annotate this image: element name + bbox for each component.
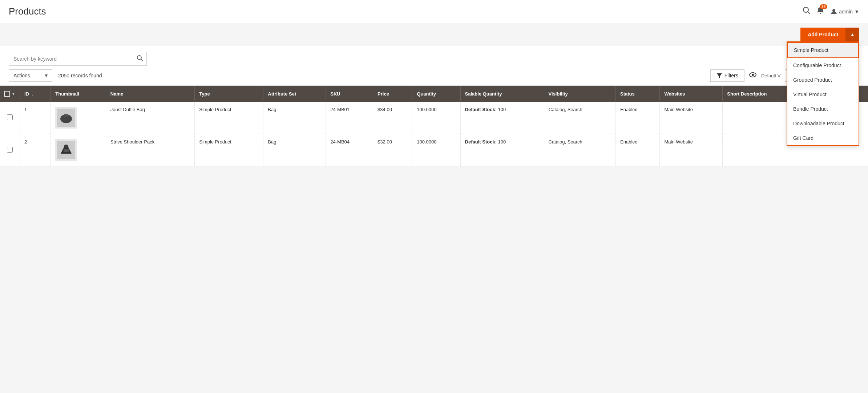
products-table-container: ▼ ID ↓ Thumbnail Name Type Attribute Set… — [0, 86, 868, 166]
filters-button[interactable]: Filters — [710, 69, 744, 82]
row-checkbox-2[interactable] — [7, 147, 13, 153]
td-attribute-set-1: Bag — [263, 102, 326, 134]
view-button[interactable] — [749, 71, 757, 81]
svg-point-2 — [832, 9, 835, 12]
add-product-dropdown-menu: Simple Product Configurable Product Grou… — [787, 41, 859, 146]
controls-row: Actions ▼ 2050 records found Filters Def… — [0, 66, 868, 86]
td-type-2: Simple Product — [195, 134, 263, 166]
th-attribute-set: Attribute Set — [263, 86, 326, 102]
products-table: ▼ ID ↓ Thumbnail Name Type Attribute Set… — [0, 86, 868, 166]
th-id: ID ↓ — [20, 86, 51, 102]
dropdown-item-downloadable[interactable]: Downloadable Product — [787, 116, 859, 131]
add-product-dropdown-arrow: ▲ — [850, 32, 855, 37]
left-controls: Actions ▼ 2050 records found — [9, 69, 102, 82]
id-sort-icon[interactable]: ↓ — [32, 92, 34, 96]
add-product-wrapper: Add Product ▲ Simple Product Configurabl… — [800, 28, 859, 41]
td-name-1: Joust Duffle Bag — [106, 102, 195, 134]
td-status-2: Enabled — [616, 134, 660, 166]
actions-wrapper: Actions ▼ — [9, 69, 52, 82]
td-checkbox-2 — [0, 134, 20, 166]
notification-badge: 39 — [820, 4, 827, 9]
td-price-1: $34.00 — [373, 102, 412, 134]
th-price: Price — [373, 86, 412, 102]
default-view-label: Default V — [761, 73, 780, 78]
td-salable-quantity-2: Default Stock: 100 — [460, 134, 544, 166]
actions-select[interactable]: Actions — [9, 69, 52, 82]
page-header: Products 39 admin ▼ — [0, 0, 868, 23]
admin-arrow: ▼ — [854, 9, 859, 15]
th-salable-quantity: Salable Quantity — [460, 86, 544, 102]
svg-point-7 — [752, 74, 754, 76]
dropdown-item-grouped[interactable]: Grouped Product — [787, 73, 859, 87]
table-row: 1 Joust Duffle Bag Simple Product Bag 24… — [0, 102, 868, 134]
svg-line-4 — [141, 59, 143, 61]
product-thumbnail-1 — [55, 107, 77, 129]
svg-line-1 — [808, 12, 810, 14]
td-visibility-1: Catalog, Search — [544, 102, 615, 134]
td-name-2: Strive Shoulder Pack — [106, 134, 195, 166]
notification-button[interactable]: 39 — [816, 7, 824, 16]
toolbar: Add Product ▲ Simple Product Configurabl… — [0, 23, 868, 46]
admin-label: admin — [839, 9, 853, 15]
td-id-1: 1 — [20, 102, 51, 134]
td-sku-1: 24-MB01 — [326, 102, 373, 134]
svg-marker-5 — [717, 73, 722, 78]
th-name: Name — [106, 86, 195, 102]
svg-rect-10 — [64, 114, 68, 117]
td-price-2: $32.00 — [373, 134, 412, 166]
dropdown-item-bundle[interactable]: Bundle Product — [787, 102, 859, 116]
th-checkbox: ▼ — [0, 86, 20, 102]
td-websites-2: Main Website — [660, 134, 723, 166]
add-product-button[interactable]: Add Product — [800, 28, 845, 41]
svg-rect-12 — [64, 149, 69, 152]
select-all-checkbox[interactable] — [4, 91, 10, 97]
product-thumbnail-2 — [55, 139, 77, 161]
th-thumbnail: Thumbnail — [51, 86, 106, 102]
records-count: 2050 records found — [58, 73, 102, 78]
page-title: Products — [9, 6, 46, 17]
th-websites: Websites — [660, 86, 723, 102]
td-id-2: 2 — [20, 134, 51, 166]
filters-label: Filters — [724, 73, 738, 78]
dropdown-item-giftcard[interactable]: Gift Card — [787, 131, 859, 145]
td-quantity-2: 100.0000 — [412, 134, 460, 166]
td-visibility-2: Catalog, Search — [544, 134, 615, 166]
td-thumbnail-2 — [51, 134, 106, 166]
th-visibility: Visibility — [544, 86, 615, 102]
row-checkbox-1[interactable] — [7, 114, 13, 120]
select-all-arrow-icon[interactable]: ▼ — [12, 92, 15, 96]
table-header-row: ▼ ID ↓ Thumbnail Name Type Attribute Set… — [0, 86, 868, 102]
td-type-1: Simple Product — [195, 102, 263, 134]
th-sku: SKU — [326, 86, 373, 102]
salable-qty-label-1: Default Stock: — [465, 107, 497, 112]
dropdown-item-configurable[interactable]: Configurable Product — [787, 58, 859, 73]
th-status: Status — [616, 86, 660, 102]
td-attribute-set-2: Bag — [263, 134, 326, 166]
admin-menu-button[interactable]: admin ▼ — [830, 8, 859, 15]
td-salable-quantity-1: Default Stock: 100 — [460, 102, 544, 134]
salable-qty-label-2: Default Stock: — [465, 139, 497, 145]
td-status-1: Enabled — [616, 102, 660, 134]
search-bar — [0, 46, 868, 66]
dropdown-item-virtual[interactable]: Virtual Product — [787, 87, 859, 102]
global-search-button[interactable] — [803, 7, 811, 16]
td-quantity-1: 100.0000 — [412, 102, 460, 134]
header-actions: 39 admin ▼ — [803, 7, 859, 16]
td-sku-2: 24-MB04 — [326, 134, 373, 166]
td-checkbox-1 — [0, 102, 20, 134]
td-thumbnail-1 — [51, 102, 106, 134]
th-type: Type — [195, 86, 263, 102]
table-row: 2 Strive Shoulder Pack Simple Product Ba… — [0, 134, 868, 166]
search-input-wrapper — [9, 52, 147, 66]
td-websites-1: Main Website — [660, 102, 723, 134]
search-icon — [137, 55, 143, 63]
add-product-dropdown-button[interactable]: ▲ — [845, 28, 859, 41]
search-input[interactable] — [9, 52, 147, 66]
th-quantity: Quantity — [412, 86, 460, 102]
dropdown-item-simple[interactable]: Simple Product — [787, 42, 859, 58]
